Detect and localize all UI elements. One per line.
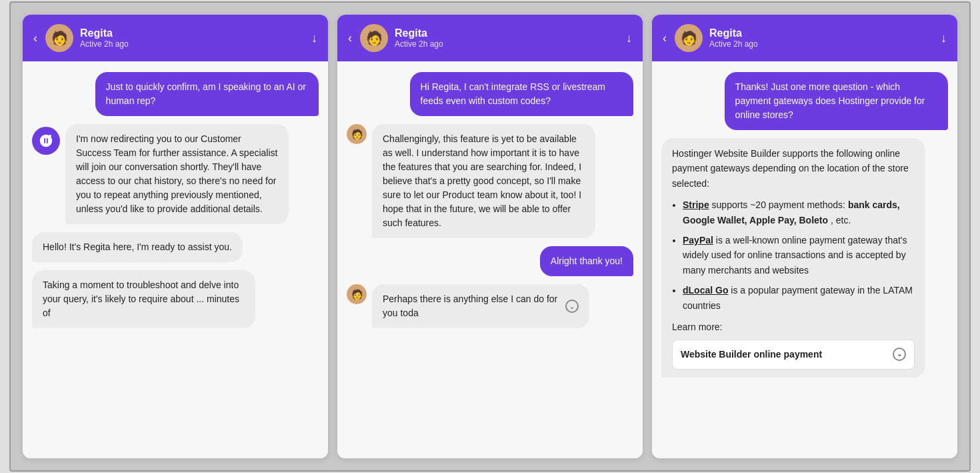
avatar-1: 🧑: [45, 24, 73, 52]
header-status-1: Active 2h ago: [80, 39, 305, 49]
chevron-down-icon-3[interactable]: ⌄: [893, 348, 906, 361]
payment-link-label: Website Builder online payment: [681, 347, 822, 362]
chat-body-1: Just to quickly confirm, am I speaking t…: [23, 61, 328, 458]
stripe-label: Stripe: [683, 199, 709, 210]
msg-3-1: Thanks! Just one more question - which p…: [725, 72, 948, 130]
msg-2-3: Alright thank you!: [540, 246, 633, 276]
avatar-3: 🧑: [675, 24, 703, 52]
msg-2-2: Challengingly, this feature is yet to be…: [372, 124, 595, 238]
msg-2-4-text: Perhaps there is anything else I can do …: [383, 292, 560, 320]
payment-item-paypal: PayPal is a well-known online payment ga…: [683, 233, 915, 278]
header-name-1: Regita: [80, 27, 305, 39]
chat-panel-1: ‹ 🧑 Regita Active 2h ago ↓ Just to quick…: [23, 15, 328, 458]
payment-list: Stripe supports ~20 payment methods: ban…: [672, 197, 915, 313]
chat-header-1: ‹ 🧑 Regita Active 2h ago ↓: [23, 15, 328, 61]
payment-link-item[interactable]: Website Builder online payment ⌄: [672, 340, 915, 369]
msg-2-1: Hi Regita, I can't integrate RSS or live…: [410, 72, 633, 116]
stripe-suffix: , etc.: [831, 215, 851, 225]
back-button-1[interactable]: ‹: [33, 31, 37, 45]
msg-1-2: I'm now redirecting you to our Customer …: [65, 124, 289, 224]
back-button-2[interactable]: ‹: [348, 31, 352, 45]
download-button-3[interactable]: ↓: [941, 31, 947, 45]
regita-avatar-2: 🧑: [347, 124, 367, 144]
main-wrapper: ‹ 🧑 Regita Active 2h ago ↓ Just to quick…: [9, 1, 971, 472]
msg-row-2-4: 🧑 Perhaps there is anything else I can d…: [347, 284, 625, 328]
regita-avatar-2b: 🧑: [347, 284, 367, 304]
paypal-label: PayPal: [683, 235, 713, 246]
dlocal-label: dLocal Go: [683, 285, 728, 296]
stripe-text: supports ~20 payment methods:: [712, 199, 848, 210]
chat-panel-2: ‹ 🧑 Regita Active 2h ago ↓ Hi Regita, I …: [337, 15, 643, 458]
header-info-2: Regita Active 2h ago: [395, 27, 619, 49]
msg-1-4: Taking a moment to troubleshoot and delv…: [32, 270, 255, 328]
msg-row-1-2: I'm now redirecting you to our Customer …: [32, 124, 319, 224]
header-name-3: Regita: [709, 27, 934, 39]
payment-item-stripe: Stripe supports ~20 payment methods: ban…: [683, 197, 915, 227]
chat-header-2: ‹ 🧑 Regita Active 2h ago ↓: [337, 15, 643, 61]
header-status-3: Active 2h ago: [709, 39, 934, 49]
header-status-2: Active 2h ago: [395, 39, 619, 49]
bot-avatar-1: [32, 127, 60, 155]
header-info-3: Regita Active 2h ago: [709, 27, 934, 49]
download-button-1[interactable]: ↓: [311, 31, 317, 45]
msg-1-3: Hello! It's Regita here, I'm ready to as…: [32, 232, 243, 262]
payment-intro: Hostinger Website Builder supports the f…: [672, 146, 915, 191]
paypal-text: is a well-known online payment gateway t…: [683, 235, 907, 276]
msg-row-2-2: 🧑 Challengingly, this feature is yet to …: [347, 124, 633, 238]
msg-1-1: Just to quickly confirm, am I speaking t…: [95, 72, 319, 116]
chat-body-2: Hi Regita, I can't integrate RSS or live…: [337, 61, 643, 458]
header-info-1: Regita Active 2h ago: [80, 27, 305, 49]
chevron-down-icon-2[interactable]: ⌄: [565, 300, 579, 313]
payment-item-dlocal: dLocal Go is a popular payment gateway i…: [683, 283, 915, 313]
back-button-3[interactable]: ‹: [663, 31, 667, 45]
header-name-2: Regita: [395, 27, 619, 39]
chat-header-3: ‹ 🧑 Regita Active 2h ago ↓: [652, 15, 957, 61]
avatar-2: 🧑: [360, 24, 388, 52]
msg-2-4: Perhaps there is anything else I can do …: [372, 284, 589, 328]
chat-panel-3: ‹ 🧑 Regita Active 2h ago ↓ Thanks! Just …: [652, 15, 957, 458]
msg-3-payment: Hostinger Website Builder supports the f…: [661, 138, 925, 378]
msg-chevron-container: Perhaps there is anything else I can do …: [383, 292, 579, 320]
learn-more-label: Learn more:: [672, 320, 915, 334]
download-button-2[interactable]: ↓: [626, 31, 632, 45]
chat-body-3: Thanks! Just one more question - which p…: [652, 61, 957, 458]
